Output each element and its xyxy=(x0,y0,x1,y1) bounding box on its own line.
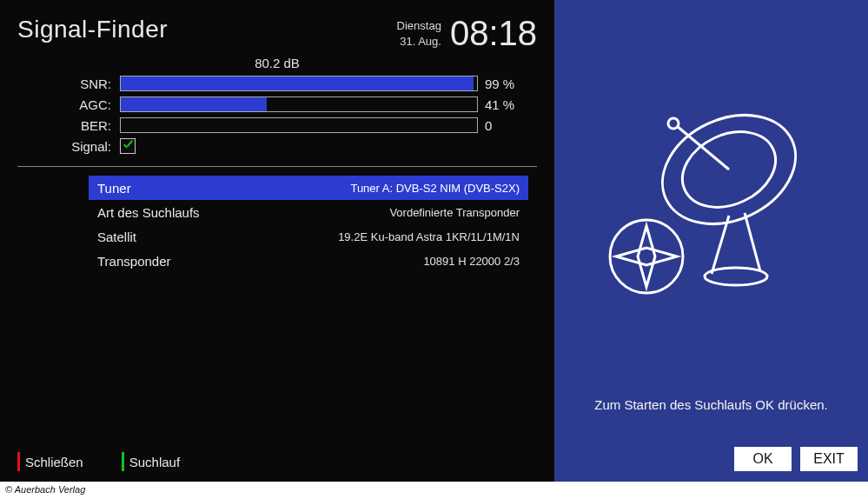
instruction-text: Zum Starten des Suchlaufs OK drücken. xyxy=(554,397,868,412)
svg-line-5 xyxy=(745,213,760,271)
setting-row-transponder[interactable]: Transponder 10891 H 22000 2/3 xyxy=(89,249,528,273)
signal-meters: 80.2 dB SNR: 99 % AGC: 41 % BER: 0 Signa… xyxy=(17,56,537,154)
setting-row-satellite[interactable]: Satellit 19.2E Ku-band Astra 1KR/1L/1M/1… xyxy=(89,224,528,249)
agc-meter: AGC: 41 % xyxy=(17,96,537,112)
weekday: Dienstag xyxy=(397,18,441,34)
agc-label: AGC: xyxy=(17,97,113,112)
svg-marker-9 xyxy=(616,248,677,265)
color-key-hints: Schließen Suchlauf xyxy=(17,452,180,471)
signal-label: Signal: xyxy=(17,139,113,154)
hint-green: Suchlauf xyxy=(122,452,180,471)
hint-red: Schließen xyxy=(17,452,83,471)
setting-value: Tuner A: DVB-S2 NIM (DVB-S2X) xyxy=(350,182,520,195)
svg-line-2 xyxy=(677,126,729,170)
datetime: Dienstag 31. Aug. 08:18 xyxy=(397,16,537,50)
ber-meter: BER: 0 xyxy=(17,117,537,133)
setting-value: 10891 H 22000 2/3 xyxy=(423,255,520,268)
setting-label: Art des Suchlaufs xyxy=(97,205,200,220)
satellite-dish-icon xyxy=(554,87,868,313)
hint-red-label: Schließen xyxy=(25,455,83,469)
svg-point-6 xyxy=(705,268,767,285)
settings-list: Tuner Tuner A: DVB-S2 NIM (DVB-S2X) Art … xyxy=(89,176,528,273)
svg-marker-8 xyxy=(638,226,655,287)
red-key-icon xyxy=(17,452,20,471)
divider xyxy=(17,166,537,167)
setting-value: Vordefinierte Transponder xyxy=(389,206,520,219)
signal-ok-checkbox xyxy=(120,138,136,154)
snr-meter: SNR: 99 % xyxy=(17,76,537,91)
db-value: 80.2 dB xyxy=(17,56,537,70)
page-title: Signal-Finder xyxy=(17,16,168,43)
setting-value: 19.2E Ku-band Astra 1KR/1L/1M/1N xyxy=(338,230,520,243)
green-key-icon xyxy=(122,452,124,471)
setting-row-tuner[interactable]: Tuner Tuner A: DVB-S2 NIM (DVB-S2X) xyxy=(89,176,528,200)
ber-label: BER: xyxy=(17,118,113,133)
snr-bar xyxy=(120,76,478,91)
agc-bar xyxy=(120,96,478,112)
signal-finder-panel: Signal-Finder Dienstag 31. Aug. 08:18 80… xyxy=(0,0,554,482)
setting-label: Transponder xyxy=(97,254,171,269)
info-panel: Zum Starten des Suchlaufs OK drücken. OK… xyxy=(554,0,868,482)
ber-bar xyxy=(120,117,478,133)
date: 31. Aug. xyxy=(397,34,441,50)
svg-point-3 xyxy=(668,118,679,129)
hint-green-label: Suchlauf xyxy=(129,455,180,469)
agc-value: 41 % xyxy=(485,97,537,112)
ok-button[interactable]: OK xyxy=(734,447,792,471)
snr-label: SNR: xyxy=(17,77,113,91)
clock: 08:18 xyxy=(450,16,537,50)
svg-point-7 xyxy=(610,220,683,293)
snr-fill xyxy=(121,77,474,90)
exit-button[interactable]: EXIT xyxy=(800,447,858,471)
ber-value: 0 xyxy=(485,118,537,133)
setting-label: Tuner xyxy=(97,181,131,196)
snr-value: 99 % xyxy=(485,77,537,91)
setting-label: Satellit xyxy=(97,230,136,244)
copyright-footer: © Auerbach Verlag xyxy=(0,482,868,499)
setting-row-scan-type[interactable]: Art des Suchlaufs Vordefinierte Transpon… xyxy=(89,200,528,224)
agc-fill xyxy=(121,97,267,111)
